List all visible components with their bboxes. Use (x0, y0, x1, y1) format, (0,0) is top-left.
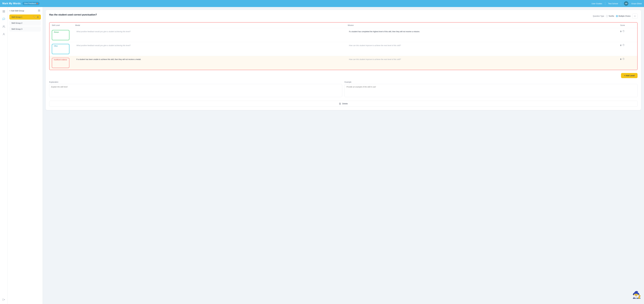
question-type-section: Question Type Yes/No Multiple Choice (593, 13, 638, 19)
radio-multiple-choice[interactable]: Multiple Choice (616, 15, 630, 17)
col-mission: Mission (348, 24, 620, 27)
icon-bar (0, 7, 8, 304)
header-left: Mark My Words Give Feedback (2, 2, 40, 5)
radio-yes-no[interactable]: Yes/No (606, 15, 614, 17)
mission-cell-insufficient[interactable]: How can this student improve to achieve … (348, 58, 620, 61)
header-divider (605, 2, 605, 5)
skill-group-1-label: Skill Group 1 (12, 16, 22, 18)
skill-level-cell-always: Always (52, 30, 75, 40)
skills-table: Skill Level Medal Mission Score Always W… (49, 22, 638, 70)
radio-yes-no-label: Yes/No (608, 15, 614, 17)
app-body: + Add Skill Group Skill Group 1 ✏️ 🗑 Ski… (0, 7, 644, 304)
delete-icon (339, 103, 341, 105)
table-row-insufficient: Insufficient evidence If a student has b… (50, 56, 637, 70)
delete-skill-button[interactable]: Delete (49, 101, 638, 107)
feedback-dot-icon (36, 3, 38, 4)
feedback-button[interactable]: Give Feedback (22, 2, 40, 5)
svg-rect-10 (39, 11, 40, 11)
user-name: Grace Elliott (631, 2, 642, 5)
skill-level-often-label: Often (54, 45, 58, 47)
svg-rect-3 (4, 12, 5, 12)
add-level-button[interactable]: + Add Level (621, 73, 638, 78)
explanation-label: Explanation (49, 81, 342, 83)
svg-rect-2 (3, 12, 4, 12)
skill-level-always-label: Always (54, 31, 59, 33)
skill-group-1-delete-button[interactable]: 🗑 (37, 16, 39, 18)
score-value-always: 3 (620, 30, 621, 32)
col-score: Score (620, 24, 635, 27)
medal-cell-often[interactable]: What positive feedback would you give a … (75, 44, 348, 47)
user-guides-link[interactable]: User Guides (592, 2, 602, 5)
example-textarea[interactable] (344, 84, 638, 97)
explanation-section: Explanation Example (49, 81, 638, 98)
mission-cell-often[interactable]: How can this student improve to achieve … (348, 44, 620, 47)
delete-label: Delete (342, 103, 348, 105)
explanation-block: Explanation (49, 81, 342, 98)
sidebar-item-skill-group-1[interactable]: Skill Group 1 ✏️ 🗑 (9, 14, 41, 19)
skill-level-cell-insufficient: Insufficient evidence (52, 58, 75, 68)
feedback-label: Give Feedback (24, 2, 36, 4)
sidebar-header: + Add Skill Group (9, 9, 41, 13)
score-value-insufficient: 0 (620, 58, 621, 60)
skill-card: Has the student used correct punctuation… (46, 10, 641, 110)
col-skill-level: Skill Level (52, 24, 75, 27)
example-label: Example (344, 81, 638, 83)
school-name: Test School (608, 2, 618, 5)
skill-group-1-actions: ✏️ 🗑 (33, 16, 39, 18)
radio-multiple-choice-circle (616, 15, 618, 17)
svg-rect-7 (38, 10, 39, 10)
table-row-always: Always What positive feedback would you … (50, 28, 637, 42)
medal-cell-insufficient[interactable]: If a student has been unable to achieve … (75, 58, 348, 61)
icon-bar-logout[interactable] (1, 297, 6, 302)
add-level-row: + Add Level (49, 73, 638, 78)
explanation-textarea[interactable] (49, 84, 342, 97)
delete-row-insufficient-button[interactable] (622, 58, 624, 60)
col-medal: Medal (75, 24, 348, 27)
sidebar-item-skill-group-3[interactable]: Skill Group 3 (9, 26, 41, 32)
skill-level-insufficient-label: Insufficient evidence (54, 59, 67, 60)
question-title: Has the student used correct punctuation… (49, 13, 590, 16)
delete-row-always-button[interactable] (622, 30, 624, 33)
svg-point-5 (3, 33, 4, 34)
sidebar-view-toggle-button[interactable] (37, 9, 41, 13)
add-skill-group-button[interactable]: + Add Skill Group (9, 10, 24, 12)
skill-group-2-label: Skill Group 2 (12, 22, 22, 24)
icon-bar-person[interactable] (1, 32, 6, 37)
score-cell-insufficient: 0 (620, 58, 635, 60)
skill-level-cell-often: Often (52, 44, 75, 54)
mission-cell-always[interactable]: If a student has completed the highest l… (348, 30, 620, 33)
avatar: GR (624, 1, 628, 6)
radio-yes-no-circle (606, 15, 608, 17)
medal-cell-always[interactable]: What positive feedback would you give a … (75, 30, 348, 33)
mascot-image: 🧙‍♂️ (632, 291, 641, 301)
icon-bar-chat[interactable] (1, 16, 6, 22)
svg-rect-0 (3, 10, 4, 11)
header-divider-2 (621, 2, 621, 5)
skill-level-badge-always: Always (52, 30, 70, 40)
svg-rect-1 (4, 10, 5, 11)
question-type-label: Question Type (593, 15, 604, 17)
icon-bar-users[interactable] (1, 24, 6, 29)
main-content: Has the student used correct punctuation… (43, 7, 644, 304)
score-value-often: 2 (620, 44, 621, 46)
question-header: Has the student used correct punctuation… (49, 13, 638, 19)
app-header: Mark My Words Give Feedback User Guides … (0, 0, 644, 7)
avatar-initials: GR (625, 3, 628, 4)
skill-group-3-label: Skill Group 3 (12, 28, 22, 30)
question-expand-button[interactable] (632, 13, 638, 19)
icon-bar-grid[interactable] (1, 9, 6, 14)
header-right: User Guides Test School GR Grace Elliott (592, 1, 642, 6)
score-cell-always: 3 (620, 30, 635, 33)
delete-row-often-button[interactable] (622, 44, 624, 46)
skill-level-badge-insufficient: Insufficient evidence (52, 58, 70, 68)
sidebar-item-skill-group-2[interactable]: Skill Group 2 (9, 20, 41, 25)
skill-group-1-edit-button[interactable]: ✏️ (33, 16, 36, 18)
svg-rect-8 (39, 10, 40, 10)
sidebar: + Add Skill Group Skill Group 1 ✏️ 🗑 Ski… (8, 7, 43, 304)
example-block: Example (344, 81, 638, 98)
add-level-label: + Add Level (624, 74, 635, 77)
app-logo: Mark My Words (2, 2, 21, 5)
table-header: Skill Level Medal Mission Score (50, 22, 637, 28)
svg-point-4 (3, 25, 4, 26)
score-cell-often: 2 (620, 44, 635, 46)
